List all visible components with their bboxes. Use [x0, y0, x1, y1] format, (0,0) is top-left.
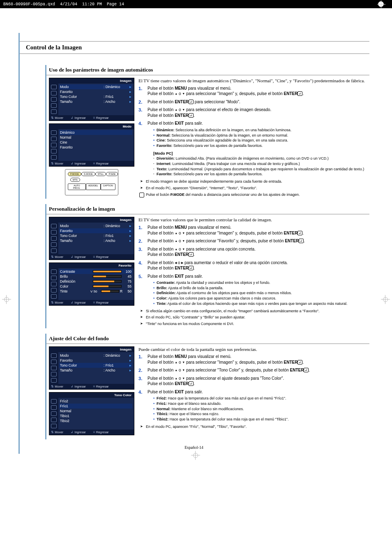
remote-mts-button[interactable]: MTS — [70, 178, 80, 182]
note: Si efectúa algún cambio en esta configur… — [138, 309, 369, 314]
section-auto-image: Uso de los parámetros de imagen automáti… — [46, 65, 369, 197]
section-color-tone: Ajuste del Color del fondo Imagen Modo: … — [46, 334, 369, 438]
file-time: 11:20 PM — [82, 2, 102, 7]
osd-tono-panel: Tono Color Frío2 Frío1 Normal Tibio1 Tib… — [49, 392, 134, 435]
file-date: 4/21/04 — [60, 2, 77, 7]
osd-slider-row[interactable]: TinteV 50R50 — [59, 289, 132, 294]
osd-imagen-panel: Imagen Modo: Dinámico▸ Favorito▸ Tono Co… — [49, 78, 134, 121]
osd-row-favorito[interactable]: Favorito▸ — [59, 89, 132, 94]
register-mark-left-icon — [3, 296, 10, 303]
osd-slider-row[interactable]: Definición75 — [59, 279, 132, 284]
section-intro: Puede cambiar el color de toda la pantal… — [138, 346, 369, 353]
remote-tip: Pulse el botón P.MODE del mando a distan… — [138, 193, 369, 197]
step-4: Pulse el botón EXIT para salir. Dinámico… — [138, 121, 369, 177]
osd-slider-row[interactable]: Brillo45 — [59, 274, 132, 279]
remote-pmode-button[interactable]: P.MODE — [68, 172, 81, 176]
osd-foot-regresar: Regresar — [93, 116, 109, 120]
step-1: Pulse el botón MENU para visualizar el m… — [138, 225, 369, 236]
step-2: Pulse el botón ENTER para seleccionar "M… — [138, 99, 369, 105]
step-4: Pulse el botón o para aumentar o reducir… — [138, 260, 369, 271]
section-heading: Personalización de la imagen — [46, 204, 369, 214]
remote-snippet: P.MODE S.MODE STILL P.SIZE MTS AUTO PROG… — [65, 169, 118, 195]
remote-psize-button[interactable]: P.SIZE — [106, 172, 118, 176]
remote-adddel-button[interactable]: ADD/DEL — [86, 183, 101, 190]
osd-row[interactable]: Tono Color: Frío1▸ — [59, 363, 132, 368]
step-2: Pulse el botón o para seleccionar "Tono … — [138, 367, 369, 373]
remote-still-button[interactable]: STILL — [95, 172, 106, 176]
osd-tono-item[interactable]: Normal — [59, 409, 132, 413]
osd-title: Modo — [49, 124, 134, 129]
osd-imagen-panel: Imagen Modo: Dinámico▸ Favorito▸ Tono Co… — [49, 217, 134, 260]
page-title-row: Control de la Imagen — [18, 41, 369, 54]
file-name: BN68-00998F-00Spa.qxd — [3, 2, 55, 7]
arrow-right-icon: ▸ — [128, 90, 131, 94]
section-intro: El TV tiene varios valores que le permit… — [138, 217, 369, 223]
osd-row[interactable]: Tono Color: Frío1▸ — [59, 233, 132, 238]
osd-row[interactable]: Modo: Dinámico▸ — [59, 353, 132, 358]
osd-modo-item[interactable]: Normal — [59, 135, 132, 140]
osd-tono-item[interactable]: Tibio1 — [59, 413, 132, 418]
osd-imagen-panel: Imagen Modo: Dinámico▸ Favorito▸ Tono Co… — [49, 346, 134, 390]
osd-row[interactable]: Favorito▸ — [59, 228, 132, 233]
note: El modo Imagen se debe ajustar independi… — [138, 179, 369, 184]
file-page: Page 14 — [107, 2, 124, 7]
osd-modo-item[interactable]: Favorito — [59, 145, 132, 150]
note: "Tinte" no funciona en los modos Compone… — [138, 322, 369, 327]
osd-foot-ingresar: Ingresar — [71, 116, 86, 120]
remote-caption-button[interactable]: CAPTION — [101, 183, 115, 190]
register-mark-right-icon — [382, 296, 389, 303]
arrow-right-icon: ▸ — [128, 95, 131, 99]
step-5: Pulse el botón EXIT para salir. Contrast… — [138, 274, 369, 306]
osd-modo-panel: Modo Dinámico Normal Cine Favorito Mover… — [49, 123, 134, 167]
register-mark-icon — [378, 1, 384, 7]
osd-tono-item[interactable]: Frío1 — [59, 404, 132, 409]
osd-row-tamano[interactable]: Tamaño: Ancho▸ — [59, 99, 132, 104]
step-2: Pulse el botón o para seleccionar "Favor… — [138, 238, 369, 244]
remote-autoprog-button[interactable]: AUTO PROG. — [68, 183, 86, 190]
osd-category-icons — [49, 84, 58, 115]
page-title: Control de la Imagen — [26, 44, 368, 51]
arrow-right-icon: ▸ — [128, 85, 131, 89]
enter-icon — [297, 91, 302, 96]
osd-modo-item[interactable]: Cine — [59, 140, 132, 145]
osd-foot-mover: Mover — [51, 116, 63, 120]
step-3: Pulse el botón o para seleccionar el aju… — [138, 376, 369, 387]
osd-row[interactable]: Favorito▸ — [59, 358, 132, 363]
arrow-right-icon: ▸ — [128, 100, 131, 104]
register-mark-bottom-icon — [192, 452, 199, 459]
step-3: Pulse el botón o para seleccionar el efe… — [138, 107, 369, 118]
osd-slider-row[interactable]: Contraste100 — [59, 269, 132, 274]
osd-row[interactable]: Tamaño: Ancho▸ — [59, 368, 132, 373]
enter-icon — [189, 113, 194, 118]
osd-tono-item[interactable]: Tibio2 — [59, 418, 132, 423]
page-number: Español-14 — [18, 445, 369, 450]
osd-favorito-panel: Favorito Contraste100 Brillo45 Definició… — [49, 262, 134, 306]
osd-row[interactable]: Modo: Dinámico▸ — [59, 223, 132, 228]
remote-smode-button[interactable]: S.MODE — [81, 172, 95, 176]
osd-row-modo[interactable]: Modo: Dinámico▸ — [59, 84, 132, 89]
section-intro: El TV tiene cuatro valores de imagen aut… — [138, 78, 369, 84]
osd-tono-item[interactable]: Frío2 — [59, 399, 132, 404]
section-custom-image: Personalización de la imagen Imagen Modo… — [46, 204, 369, 326]
note: En el modo PC, aparecen "Frío", "Normal"… — [138, 425, 369, 430]
osd-row-tono[interactable]: Tono Color: Frío1▸ — [59, 94, 132, 99]
osd-category-icons — [49, 129, 58, 161]
file-header: BN68-00998F-00Spa.qxd 4/21/04 11:20 PM P… — [0, 0, 392, 8]
section-heading: Uso de los parámetros de imagen automáti… — [46, 65, 369, 75]
note: En el modo PC, sólo "Contraste" y "Brill… — [138, 315, 369, 320]
step-4: Pulse el botón EXIT para salir. Frío2: H… — [138, 389, 369, 422]
step-1: Pulse el botón MENU para visualizar el m… — [138, 86, 369, 97]
osd-modo-item[interactable]: Dinámico — [59, 130, 132, 135]
section-heading: Ajuste del Color del fondo — [46, 334, 369, 344]
step-1: Pulse el botón MENU para visualizar el m… — [138, 354, 369, 365]
modo-pc-header: [Modo PC] — [153, 151, 369, 156]
osd-title: Imagen — [49, 78, 134, 84]
note: En el modo PC, aparecen "Diversión", "In… — [138, 186, 369, 191]
osd-row[interactable]: Tamaño: Ancho▸ — [59, 238, 132, 243]
enter-icon — [189, 100, 194, 104]
osd-slider-row[interactable]: Color55 — [59, 284, 132, 289]
step-3: Pulse el botón o para seleccionar una op… — [138, 246, 369, 258]
